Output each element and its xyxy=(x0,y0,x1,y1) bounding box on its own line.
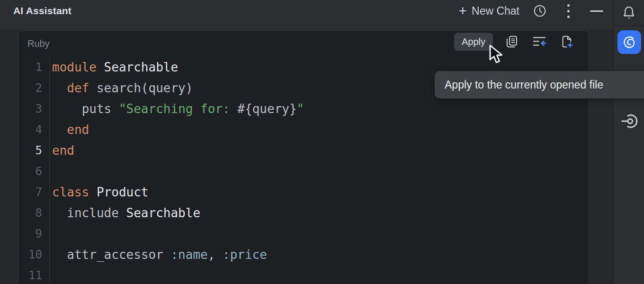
line-text: end xyxy=(42,140,74,161)
code-line: 5end xyxy=(18,140,589,161)
line-number: 1 xyxy=(18,57,42,78)
header-actions: + New Chat xyxy=(458,0,605,22)
line-text xyxy=(42,161,52,182)
new-file-icon xyxy=(560,35,574,49)
code-snippet-card: Ruby Apply xyxy=(18,30,589,284)
code-line: 3 puts "Searching for: #{query}" xyxy=(18,98,589,119)
apply-tooltip: Apply to the currently opened file xyxy=(435,71,644,98)
gutter-separator xyxy=(49,57,50,284)
line-number: 4 xyxy=(18,119,42,140)
chat-history-button[interactable] xyxy=(532,3,548,19)
toolwindow-header: AI Assistant + New Chat xyxy=(0,0,613,29)
plus-icon: + xyxy=(458,4,467,18)
line-number: 3 xyxy=(18,98,42,119)
ai-assistant-panel: AI Assistant + New Chat xyxy=(0,0,644,284)
clock-history-icon xyxy=(533,4,547,18)
code-card-actions: Apply xyxy=(454,33,575,51)
line-text: include Searchable xyxy=(42,203,200,223)
new-chat-label: New Chat xyxy=(472,5,519,18)
line-number: 6 xyxy=(18,161,42,182)
kebab-menu-icon xyxy=(567,4,570,18)
insert-at-caret-icon xyxy=(532,34,547,49)
language-label: Ruby xyxy=(27,38,50,49)
copy-button[interactable] xyxy=(503,33,520,50)
line-text xyxy=(42,265,52,284)
new-chat-button[interactable]: + New Chat xyxy=(458,4,519,18)
insert-at-caret-button[interactable] xyxy=(531,33,548,50)
hide-toolwindow-button[interactable] xyxy=(589,3,605,19)
code-line: 6 xyxy=(18,161,589,182)
code-line: 8 include Searchable xyxy=(18,203,589,223)
line-number: 11 xyxy=(18,265,42,284)
more-options-button[interactable] xyxy=(560,3,576,19)
line-number: 10 xyxy=(18,244,42,265)
line-text xyxy=(42,223,52,244)
code-line: 4 end xyxy=(18,119,589,140)
ai-secondary-stripe-button[interactable] xyxy=(619,111,640,132)
apply-button[interactable]: Apply xyxy=(454,33,493,51)
line-text: puts "Searching for: #{query}" xyxy=(42,98,304,119)
code-line: 7class Product xyxy=(18,182,589,203)
ai-assistant-stripe-button[interactable] xyxy=(617,30,641,54)
line-text: attr_accessor :name, :price xyxy=(42,244,267,265)
notifications-button[interactable] xyxy=(614,0,644,26)
ai-commit-icon xyxy=(619,111,639,131)
line-number: 2 xyxy=(18,78,42,98)
code-line: 9 xyxy=(18,223,589,244)
line-number: 5 xyxy=(18,140,42,161)
code-line: 11 xyxy=(18,265,589,284)
apply-tooltip-text: Apply to the currently opened file xyxy=(445,79,603,91)
line-number: 9 xyxy=(18,223,42,244)
bell-icon xyxy=(621,4,637,21)
code-card-header: Ruby Apply xyxy=(18,31,589,57)
line-text: module Searchable xyxy=(42,57,178,78)
right-tool-stripe xyxy=(613,0,644,284)
line-text: def search(query) xyxy=(42,78,193,98)
line-number: 7 xyxy=(18,182,42,203)
copy-icon xyxy=(505,35,519,49)
code-line: 10 attr_accessor :name, :price xyxy=(18,244,589,265)
line-text: class Product xyxy=(42,182,149,203)
create-file-button[interactable] xyxy=(558,33,575,50)
line-number: 8 xyxy=(18,203,42,223)
ai-assistant-swirl-icon xyxy=(621,34,637,50)
minimize-icon xyxy=(590,10,603,12)
panel-title: AI Assistant xyxy=(13,0,72,22)
